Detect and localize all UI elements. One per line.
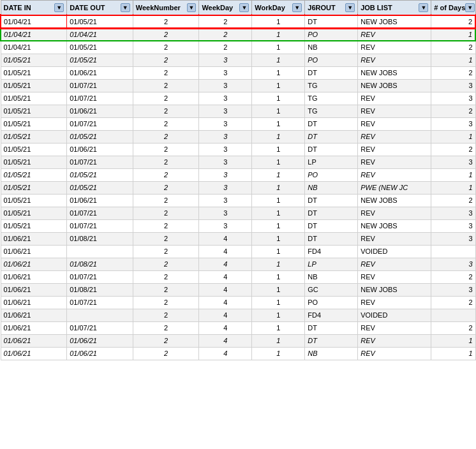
header-label: DATE IN — [4, 4, 31, 11]
column-header-week_number[interactable]: WeekNumber▼ — [133, 1, 199, 16]
cell-num_days — [431, 309, 475, 321]
header-label: JOB LIST — [361, 4, 392, 11]
cell-work_day: 1 — [252, 168, 305, 181]
cell-j6rout: DT — [305, 334, 358, 347]
cell-week_day: 4 — [199, 258, 252, 270]
cell-j6rout: DT — [305, 130, 358, 143]
filter-button-date_in[interactable]: ▼ — [54, 3, 64, 12]
filter-button-week_number[interactable]: ▼ — [187, 3, 197, 12]
table-row: 01/05/2101/05/21231POREV1 — [1, 54, 475, 66]
filter-button-week_day[interactable]: ▼ — [239, 3, 249, 12]
cell-date_in: 01/05/21 — [1, 181, 67, 194]
cell-work_day: 1 — [252, 92, 305, 105]
filter-button-work_day[interactable]: ▼ — [292, 3, 302, 12]
cell-num_days: 1 — [431, 130, 475, 143]
cell-week_day: 2 — [199, 41, 252, 54]
cell-num_days: 3 — [431, 92, 475, 105]
table-row: 01/06/2101/08/21241GCNEW JOBS3 — [1, 283, 475, 296]
cell-week_day: 3 — [199, 168, 252, 181]
filter-button-job_list[interactable]: ▼ — [419, 3, 428, 12]
cell-work_day: 1 — [252, 334, 305, 347]
header-label: WeekDay — [202, 4, 233, 11]
table-row: 01/06/2101/06/21241NBREV1 — [1, 347, 475, 360]
cell-date_in: 01/06/21 — [1, 347, 67, 360]
cell-num_days: 1 — [431, 54, 475, 66]
cell-j6rout: DT — [305, 321, 358, 334]
cell-week_number: 2 — [133, 232, 199, 245]
header-label: DATE OUT — [70, 4, 105, 11]
filter-button-date_out[interactable]: ▼ — [121, 3, 130, 12]
cell-week_number: 2 — [133, 181, 199, 194]
cell-week_day: 2 — [199, 28, 252, 41]
header-label: J6ROUT — [308, 4, 335, 11]
cell-job_list: REV — [358, 130, 431, 143]
cell-work_day: 1 — [252, 66, 305, 79]
table-row: 01/06/2101/06/21241DTREV1 — [1, 334, 475, 347]
cell-date_out: 01/07/21 — [67, 79, 133, 92]
cell-j6rout: DT — [305, 207, 358, 219]
cell-date_out: 01/07/21 — [67, 117, 133, 130]
cell-date_out: 01/07/21 — [67, 219, 133, 232]
table-row: 01/04/2101/04/21221POREV1 — [1, 28, 475, 41]
column-header-date_in[interactable]: DATE IN▼ — [1, 1, 67, 16]
cell-week_day: 4 — [199, 296, 252, 309]
column-header-job_list[interactable]: JOB LIST▼ — [358, 1, 431, 16]
cell-date_out: 01/08/21 — [67, 283, 133, 296]
cell-work_day: 1 — [252, 28, 305, 41]
cell-date_out: 01/05/21 — [67, 41, 133, 54]
cell-job_list: REV — [358, 54, 431, 66]
table-row: 01/05/2101/06/21231DTREV2 — [1, 143, 475, 156]
cell-date_in: 01/05/21 — [1, 168, 67, 181]
cell-job_list: REV — [358, 143, 431, 156]
cell-week_number: 2 — [133, 309, 199, 321]
header-label: WorkDay — [255, 4, 285, 11]
cell-num_days: 1 — [431, 347, 475, 360]
cell-num_days — [431, 245, 475, 258]
column-header-date_out[interactable]: DATE OUT▼ — [67, 1, 133, 16]
column-header-work_day[interactable]: WorkDay▼ — [252, 1, 305, 16]
cell-week_day: 4 — [199, 270, 252, 283]
cell-work_day: 1 — [252, 296, 305, 309]
cell-week_day: 3 — [199, 181, 252, 194]
filter-button-j6rout[interactable]: ▼ — [345, 3, 355, 12]
filter-button-num_days[interactable]: ▼ — [465, 3, 475, 12]
cell-date_in: 01/05/21 — [1, 156, 67, 168]
cell-work_day: 1 — [252, 117, 305, 130]
cell-date_in: 01/06/21 — [1, 270, 67, 283]
cell-week_number: 2 — [133, 92, 199, 105]
cell-date_out — [67, 309, 133, 321]
cell-num_days: 2 — [431, 296, 475, 309]
cell-job_list: REV — [358, 270, 431, 283]
main-table: DATE IN▼DATE OUT▼WeekNumber▼WeekDay▼Work… — [0, 0, 476, 360]
cell-week_day: 3 — [199, 219, 252, 232]
cell-week_number: 2 — [133, 15, 199, 28]
cell-job_list: REV — [358, 296, 431, 309]
table-row: 01/05/2101/05/21231NBPWE (NEW JC1 — [1, 181, 475, 194]
cell-week_number: 2 — [133, 194, 199, 207]
column-header-j6rout[interactable]: J6ROUT▼ — [305, 1, 358, 16]
table-row: 01/04/2101/05/21221NBREV2 — [1, 41, 475, 54]
cell-work_day: 1 — [252, 232, 305, 245]
cell-week_day: 3 — [199, 105, 252, 117]
cell-j6rout: FD4 — [305, 309, 358, 321]
cell-j6rout: PO — [305, 168, 358, 181]
cell-week_number: 2 — [133, 117, 199, 130]
column-header-week_day[interactable]: WeekDay▼ — [199, 1, 252, 16]
cell-week_number: 2 — [133, 54, 199, 66]
cell-week_day: 4 — [199, 283, 252, 296]
cell-date_out: 01/06/21 — [67, 66, 133, 79]
cell-j6rout: NB — [305, 181, 358, 194]
table-body: 01/04/2101/05/21221DTNEW JOBS201/04/2101… — [1, 15, 475, 360]
cell-j6rout: DT — [305, 117, 358, 130]
table-row: 01/06/2101/07/21241DTREV2 — [1, 321, 475, 334]
cell-date_in: 01/05/21 — [1, 92, 67, 105]
cell-date_out: 01/07/21 — [67, 207, 133, 219]
cell-j6rout: DT — [305, 194, 358, 207]
cell-num_days: 3 — [431, 232, 475, 245]
cell-date_in: 01/05/21 — [1, 219, 67, 232]
column-header-num_days[interactable]: # of Days▼ — [431, 1, 475, 16]
cell-week_number: 2 — [133, 130, 199, 143]
cell-job_list: VOIDED — [358, 245, 431, 258]
cell-week_number: 2 — [133, 28, 199, 41]
cell-num_days: 1 — [431, 334, 475, 347]
